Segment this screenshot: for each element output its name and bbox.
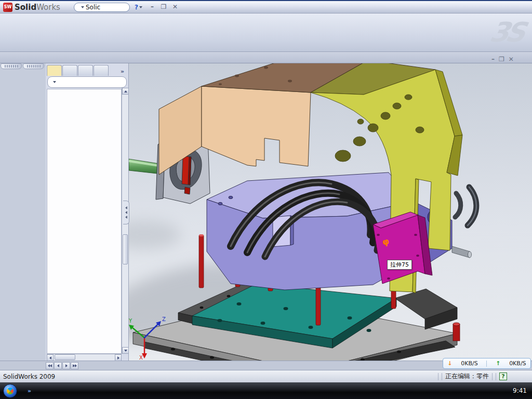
tab-featuremanager[interactable] bbox=[47, 65, 62, 76]
start-button[interactable] bbox=[3, 384, 17, 398]
scroll-thumb[interactable] bbox=[123, 234, 128, 264]
tab-configurationmanager[interactable] bbox=[78, 65, 93, 76]
prev-tab-button[interactable] bbox=[54, 362, 62, 369]
doc-minimize-button[interactable]: – bbox=[491, 56, 495, 62]
feature-tree bbox=[47, 89, 122, 354]
tree-filter-input[interactable] bbox=[47, 76, 127, 88]
windows-flag-icon bbox=[5, 386, 15, 395]
search-input[interactable]: Solic bbox=[74, 3, 130, 12]
features-toolbar bbox=[1, 63, 22, 69]
model-canvas[interactable]: φ X Y Z bbox=[129, 63, 532, 361]
tab-propertymanager[interactable] bbox=[62, 65, 77, 76]
command-manager: 3S bbox=[0, 14, 532, 52]
feature-manager-tabs: » bbox=[46, 63, 128, 76]
window-controls: – ❐ ✕ bbox=[148, 4, 181, 11]
solidworks-logo-icon: SW bbox=[3, 3, 12, 12]
next-tab-button[interactable] bbox=[62, 362, 70, 369]
svg-text:X: X bbox=[139, 355, 143, 361]
scroll-up-button[interactable] bbox=[122, 88, 129, 95]
gray-peg bbox=[452, 246, 472, 258]
graphics-viewport[interactable]: φ X Y Z 拉伸75 bbox=[129, 63, 532, 361]
tab-nav-buttons bbox=[46, 362, 78, 369]
doc-close-button[interactable]: ✕ bbox=[509, 56, 514, 62]
solidworks-window: SW SolidWorks Solic ? – ❐ ✕ 3S bbox=[0, 0, 532, 399]
document-window-controls: – ❐ ✕ bbox=[491, 56, 514, 62]
dassault-watermark: 3S bbox=[487, 17, 526, 48]
magenta-insert-block[interactable] bbox=[373, 212, 432, 284]
right-fitting-tubes[interactable] bbox=[455, 187, 476, 225]
svg-text:Y: Y bbox=[129, 318, 132, 324]
help-status-icon[interactable]: ? bbox=[499, 373, 507, 380]
red-stub-pin[interactable] bbox=[453, 323, 460, 341]
scroll-right-button[interactable] bbox=[115, 354, 122, 361]
tab-dimxpertmanager[interactable] bbox=[94, 65, 109, 76]
panel-splitter-handle[interactable] bbox=[123, 201, 129, 224]
restore-button[interactable]: ❐ bbox=[159, 4, 168, 11]
doc-restore-button[interactable]: ❐ bbox=[499, 56, 504, 62]
title-bar: SW SolidWorks Solic ? – ❐ ✕ bbox=[0, 0, 532, 14]
app-title: SolidWorks bbox=[15, 3, 60, 12]
upload-speed: 0KB/S bbox=[509, 360, 526, 367]
taskbar-clock: 9:41 bbox=[513, 387, 527, 394]
expand-panel-button[interactable]: » bbox=[117, 68, 127, 76]
feature-tooltip: 拉伸75 bbox=[387, 260, 412, 270]
main-area: » bbox=[0, 63, 532, 361]
feature-manager-panel: » bbox=[46, 63, 129, 361]
close-button[interactable]: ✕ bbox=[171, 4, 179, 11]
chevron-down-icon bbox=[139, 6, 142, 8]
system-tray: 9:41 bbox=[504, 387, 529, 394]
upload-arrow-icon: ↑ bbox=[496, 360, 500, 367]
editing-status: 正在编辑：零件 bbox=[445, 372, 489, 381]
network-speed-widget[interactable]: ↓ 0KB/S ↑ 0KB/S bbox=[443, 358, 531, 369]
scroll-left-button[interactable] bbox=[47, 354, 54, 361]
search-value[interactable]: Solic bbox=[86, 4, 100, 11]
status-bar: SolidWorks 2009 正在编辑：零件 ? bbox=[0, 370, 532, 382]
app-logo: SW SolidWorks bbox=[2, 3, 64, 12]
left-toolbars bbox=[0, 63, 46, 361]
status-text: SolidWorks 2009 bbox=[3, 373, 55, 380]
download-speed: 0KB/S bbox=[461, 360, 477, 367]
mold-tools-toolbar bbox=[23, 63, 44, 69]
first-tab-button[interactable] bbox=[46, 362, 54, 369]
svg-text:Z: Z bbox=[162, 316, 166, 322]
chevron-expand-icon[interactable]: » bbox=[28, 388, 31, 394]
windows-taskbar: » 9:41 bbox=[0, 382, 532, 399]
scroll-down-button[interactable] bbox=[122, 347, 129, 354]
scroll-thumb[interactable] bbox=[55, 354, 75, 360]
chevron-down-icon[interactable] bbox=[81, 6, 84, 8]
ribbon-tab-bar bbox=[0, 52, 532, 63]
minimize-button[interactable]: – bbox=[148, 4, 156, 11]
last-tab-button[interactable] bbox=[71, 362, 78, 369]
download-arrow-icon: ↓ bbox=[447, 360, 452, 367]
chevron-down-icon[interactable] bbox=[53, 81, 56, 83]
tree-horizontal-scrollbar[interactable] bbox=[47, 354, 122, 361]
help-button[interactable]: ? bbox=[133, 3, 144, 12]
